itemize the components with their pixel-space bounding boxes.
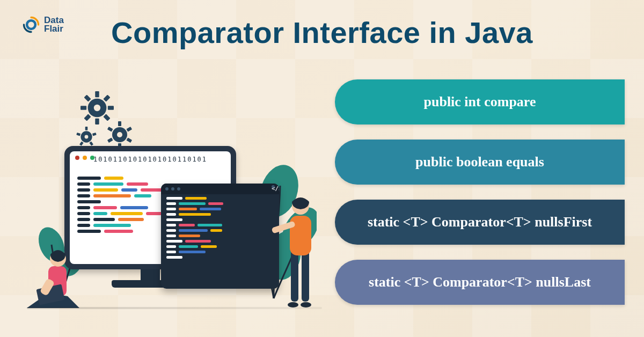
illustration: 10101101010101010110101 </> xyxy=(16,88,317,319)
method-pill: static <T> Comparator<T> nullsFirst xyxy=(335,200,625,245)
monitor-stand-icon xyxy=(141,269,160,281)
svg-rect-4 xyxy=(108,106,114,109)
person-standing-icon xyxy=(268,186,327,311)
method-pill: public int compare xyxy=(335,79,625,124)
svg-rect-14 xyxy=(126,137,132,143)
svg-rect-9 xyxy=(84,94,91,101)
svg-point-18 xyxy=(117,132,122,137)
svg-rect-7 xyxy=(84,114,91,121)
gear-icon xyxy=(80,91,114,124)
svg-point-25 xyxy=(85,135,89,139)
svg-rect-12 xyxy=(118,121,121,126)
floor-line xyxy=(27,307,322,309)
svg-rect-20 xyxy=(85,127,88,130)
svg-rect-8 xyxy=(80,106,86,109)
svg-rect-2 xyxy=(95,91,99,97)
binary-text: 10101101010101010110101 xyxy=(70,156,231,163)
method-pill: public boolean equals xyxy=(335,140,625,185)
svg-rect-13 xyxy=(126,127,132,132)
svg-rect-17 xyxy=(107,127,113,132)
svg-rect-6 xyxy=(95,119,99,124)
svg-rect-23 xyxy=(79,141,84,145)
svg-rect-36 xyxy=(291,250,298,302)
svg-rect-24 xyxy=(76,133,80,136)
person-sitting-icon xyxy=(16,229,97,311)
method-pill-list: public int compare public boolean equals… xyxy=(335,79,625,305)
code-editor-icon: </> xyxy=(161,184,279,289)
svg-point-10 xyxy=(94,105,100,111)
page-title: Comparator Interface in Java xyxy=(0,15,644,50)
svg-rect-37 xyxy=(302,250,309,302)
gear-icon xyxy=(76,127,97,147)
svg-rect-22 xyxy=(89,141,93,145)
svg-rect-3 xyxy=(103,94,110,101)
svg-rect-21 xyxy=(92,133,97,136)
svg-rect-5 xyxy=(103,114,110,121)
svg-rect-16 xyxy=(107,137,113,143)
method-pill: static <T> Comparator<T> nullsLast xyxy=(335,260,625,305)
gear-icon xyxy=(106,121,133,148)
